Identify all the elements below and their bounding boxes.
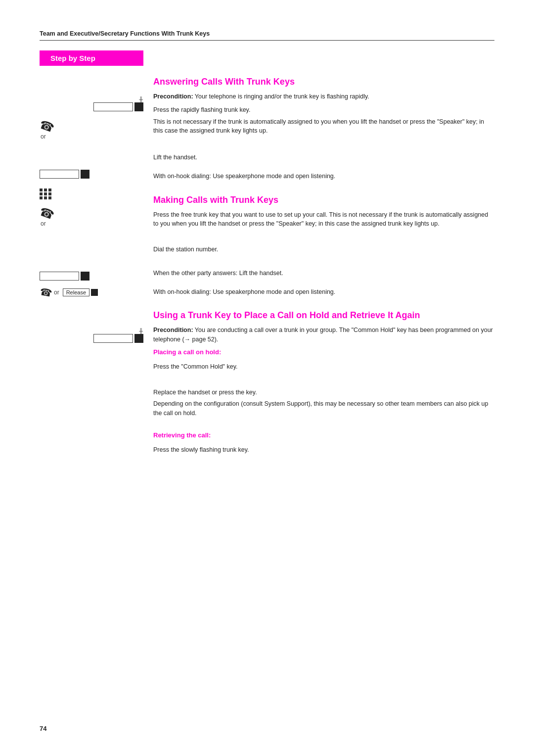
keypad-dot: [44, 192, 47, 195]
keypad-icon: [40, 189, 52, 199]
answering-calls-precondition: Precondition: Your telephone is ringing …: [153, 92, 494, 101]
page-number: 74: [40, 725, 46, 732]
answering-calls-section: Answering Calls With Trunk Keys Precondi…: [153, 77, 494, 181]
retrieving-call-title: Retrieving the call:: [153, 431, 494, 439]
trunk-key-group-4: [93, 334, 143, 343]
spacer-2: [40, 227, 143, 272]
keypad-block: [40, 186, 143, 201]
answering-instruction-1: Press the rapidly flashing trunk key.: [153, 105, 494, 115]
answering-calls-title: Answering Calls With Trunk Keys: [153, 77, 494, 87]
retrieving-call-instruction-1: Press the slowly flashing trunk key.: [153, 445, 494, 455]
right-column: Answering Calls With Trunk Keys Precondi…: [148, 77, 494, 469]
hold-precondition: Precondition: You are conducting a call …: [153, 326, 494, 344]
page-header-title: Team and Executive/Secretary Functions W…: [40, 30, 210, 37]
trunk-key-group-1: [93, 102, 143, 111]
making-instruction-1: Press the free trunk key that you want t…: [153, 210, 494, 229]
handset-or-block-2: ☎ or: [40, 206, 143, 227]
answering-instruction-3: Lift the handset.: [153, 153, 494, 162]
or-label-1: or: [41, 133, 46, 140]
making-instruction-2: Dial the station number.: [153, 245, 494, 254]
answering-spacer-2: [153, 165, 494, 172]
trunk-key-solid-5: [134, 334, 143, 343]
answering-calls-icons: ╫ ☎ or: [40, 96, 143, 140]
making-calls-section: Making Calls with Trunk Keys Press the f…: [153, 195, 494, 297]
trunk-key-btn-3: [40, 272, 79, 281]
placing-hold-title: Placing a call on hold:: [153, 348, 494, 356]
trunk-key-group-3: [40, 272, 143, 281]
precondition-label-1: Precondition:: [153, 93, 193, 100]
page-header: Team and Executive/Secretary Functions W…: [40, 30, 494, 41]
hold-icons: ☎ or Release ╫: [40, 272, 143, 343]
or-label-2: or: [41, 220, 46, 227]
making-calls-title: Making Calls with Trunk Keys: [153, 195, 494, 205]
trunk-key-btn-1: [93, 102, 133, 111]
handset-icon-1: ☎: [38, 117, 56, 136]
making-spacer-1: [153, 231, 494, 245]
keypad-dot: [40, 196, 43, 199]
keypad-dot: [40, 189, 43, 191]
or-label-3: or: [54, 289, 59, 296]
handset-release-row: ☎ or Release: [40, 286, 143, 298]
answering-instruction-2: This is not necessary if the trunk is au…: [153, 117, 494, 136]
placing-hold-instruction-2: Replace the handset or press the key.: [153, 388, 494, 397]
placing-hold-instruction-1: Press the "Common Hold" key.: [153, 362, 494, 372]
precondition-label-2: Precondition:: [153, 327, 193, 333]
trunk-key-btn-2: [40, 170, 79, 179]
trunk-key-flash-row-1: ╫: [40, 96, 143, 111]
making-instruction-3: When the other party answers: Lift the h…: [153, 269, 494, 278]
handset-icon-3: ☎: [39, 285, 53, 299]
answering-calls-precondition-text: Your telephone is ringing and/or the tru…: [195, 93, 369, 100]
trunk-key-flash-row-2: ╫: [40, 328, 143, 343]
trunk-key-solid-1: [134, 102, 143, 111]
left-column: ╫ ☎ or: [40, 77, 148, 469]
step-by-step-banner: Step by Step: [40, 50, 143, 66]
making-calls-icons: ☎ or: [40, 170, 143, 227]
keypad-dot: [44, 189, 47, 191]
trunk-key-group-2: [40, 170, 143, 179]
placing-hold-instruction-3: Depending on the configuration (consult …: [153, 399, 494, 418]
keypad-dot: [48, 196, 51, 199]
keypad-dot: [44, 196, 47, 199]
trunk-key-solid-4: [91, 289, 98, 296]
making-spacer-3: [153, 281, 494, 287]
keypad-dot: [48, 192, 51, 195]
flash-marks-1: ╫: [139, 96, 142, 102]
hold-title: Using a Trunk Key to Place a Call on Hol…: [153, 310, 494, 321]
answering-spacer: [153, 138, 494, 153]
content-area: ╫ ☎ or: [40, 77, 494, 469]
flash-marks-2: ╫: [139, 328, 142, 334]
handset-icon-2: ☎: [38, 204, 56, 223]
hold-section: Using a Trunk Key to Place a Call on Hol…: [153, 310, 494, 454]
answering-instruction-4: With on-hook dialing: Use speakerphone m…: [153, 172, 494, 181]
page: Team and Executive/Secretary Functions W…: [0, 0, 534, 756]
release-key: Release: [63, 288, 89, 296]
keypad-dot: [48, 189, 51, 191]
trunk-key-btn-4: [93, 334, 133, 343]
trunk-key-solid-2: [81, 170, 89, 179]
hold-precondition-text: You are conducting a call over a trunk i…: [153, 327, 493, 343]
handset-or-block-1: ☎ or: [40, 119, 143, 140]
keypad-dot: [40, 192, 43, 195]
making-spacer-2: [153, 257, 494, 269]
trunk-key-solid-3: [81, 272, 89, 281]
spacer-3: [40, 298, 143, 328]
spacer-1: [40, 140, 143, 170]
making-instruction-4: With on-hook dialing: Use speakerphone m…: [153, 287, 494, 297]
